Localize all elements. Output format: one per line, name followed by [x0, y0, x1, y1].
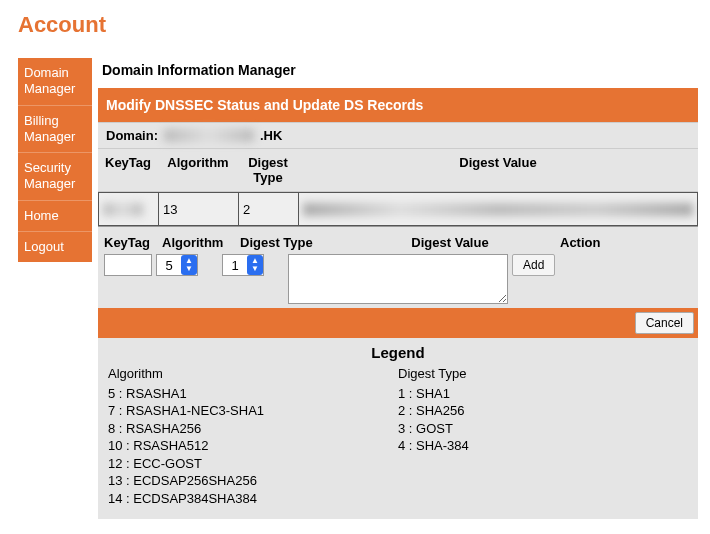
chevron-down-icon[interactable]: ▼: [251, 265, 259, 273]
legend-algorithm-header: Algorithm: [108, 365, 398, 383]
add-th-algorithm: Algorithm: [162, 235, 240, 250]
th-algorithm: Algorithm: [158, 149, 238, 191]
ds-table-header: KeyTag Algorithm Digest Type Digest Valu…: [98, 149, 698, 192]
sidebar-item-home[interactable]: Home: [18, 201, 92, 232]
algorithm-stepper[interactable]: 5 ▲ ▼: [156, 254, 198, 276]
keytag-input[interactable]: [104, 254, 152, 276]
legend-algorithm-col: Algorithm 5 : RSASHA1 7 : RSASHA1-NEC3-S…: [108, 365, 398, 507]
add-th-keytag: KeyTag: [104, 235, 162, 250]
digest-value-redacted: [303, 203, 693, 216]
td-digest-type: 2: [238, 192, 298, 226]
digest-type-stepper-buttons[interactable]: ▲ ▼: [247, 255, 263, 275]
legend-algorithm-item: 10 : RSASHA512: [108, 437, 398, 455]
domain-suffix: .HK: [260, 128, 282, 143]
sidebar-item-security-manager[interactable]: Security Manager: [18, 153, 92, 201]
sidebar-item-domain-manager[interactable]: Domain Manager: [18, 58, 92, 106]
legend-algorithm-item: 12 : ECC-GOST: [108, 455, 398, 473]
th-digest-type: Digest Type: [238, 149, 298, 191]
sidebar: Domain Manager Billing Manager Security …: [18, 58, 92, 262]
digest-type-stepper[interactable]: 1 ▲ ▼: [222, 254, 264, 276]
td-algorithm: 13: [158, 192, 238, 226]
legend-algorithm-item: 14 : ECDSAP384SHA384: [108, 490, 398, 508]
td-digest-value: [298, 192, 698, 226]
legend-algorithm-item: 8 : RSASHA256: [108, 420, 398, 438]
algorithm-stepper-buttons[interactable]: ▲ ▼: [181, 255, 197, 275]
td-keytag: [98, 192, 158, 226]
ds-table-row: 13 2: [98, 192, 698, 227]
main-content: Domain Information Manager Modify DNSSEC…: [98, 58, 698, 519]
legend-algorithm-item: 7 : RSASHA1-NEC3-SHA1: [108, 402, 398, 420]
domain-label: Domain:: [106, 128, 158, 143]
legend-algorithm-item: 5 : RSASHA1: [108, 385, 398, 403]
digest-type-value: 1: [223, 258, 247, 273]
main-title: Domain Information Manager: [98, 58, 698, 88]
legend-digesttype-col: Digest Type 1 : SHA1 2 : SHA256 3 : GOST…: [398, 365, 688, 507]
legend-digesttype-item: 2 : SHA256: [398, 402, 688, 420]
cancel-bar: Cancel: [98, 308, 698, 338]
domain-bar: Domain: .HK: [98, 122, 698, 149]
sidebar-item-logout[interactable]: Logout: [18, 232, 92, 262]
legend-digesttype-header: Digest Type: [398, 365, 688, 383]
th-digest-value: Digest Value: [298, 149, 698, 191]
th-keytag: KeyTag: [98, 149, 158, 191]
algorithm-value: 5: [157, 258, 181, 273]
legend: Legend Algorithm 5 : RSASHA1 7 : RSASHA1…: [98, 338, 698, 519]
cancel-button[interactable]: Cancel: [635, 312, 694, 334]
sidebar-item-billing-manager[interactable]: Billing Manager: [18, 106, 92, 154]
add-th-action: Action: [560, 235, 692, 250]
page-title: Account: [18, 12, 698, 38]
legend-digesttype-item: 3 : GOST: [398, 420, 688, 438]
legend-digesttype-item: 1 : SHA1: [398, 385, 688, 403]
chevron-down-icon[interactable]: ▼: [185, 265, 193, 273]
keytag-redacted: [103, 203, 143, 216]
add-th-digest-type: Digest Type: [240, 235, 340, 250]
add-th-digest-value: Digest Value: [340, 235, 560, 250]
domain-name-redacted: [164, 129, 254, 142]
legend-algorithm-item: 13 : ECDSAP256SHA256: [108, 472, 398, 490]
digest-value-textarea[interactable]: [288, 254, 508, 304]
section-subtitle: Modify DNSSEC Status and Update DS Recor…: [98, 88, 698, 122]
legend-digesttype-item: 4 : SHA-384: [398, 437, 688, 455]
add-button[interactable]: Add: [512, 254, 555, 276]
legend-title: Legend: [108, 344, 688, 361]
add-ds-form: KeyTag Algorithm Digest Type Digest Valu…: [98, 227, 698, 308]
